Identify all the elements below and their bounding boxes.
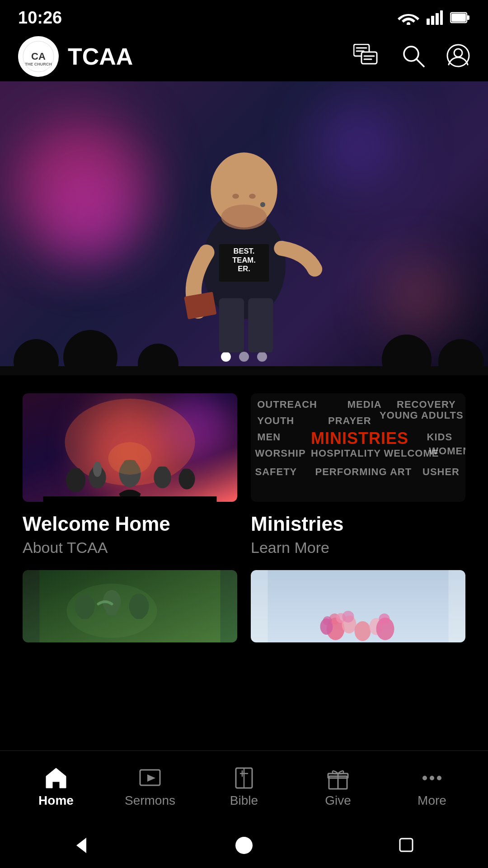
ministry-word-kids: KIDS	[427, 431, 453, 443]
content-grid: Welcome Home About TCAA OUTREACH MEDIA R…	[0, 375, 488, 570]
hero-carousel[interactable]: BEST. TEAM. ER.	[0, 81, 488, 375]
welcome-home-subtitle: About TCAA	[23, 539, 237, 557]
ministries-subtitle: Learn More	[251, 539, 465, 557]
wifi-icon	[398, 10, 419, 25]
ministry-word-usher: USHER	[422, 466, 460, 478]
more-nav-label: More	[418, 793, 446, 808]
svg-point-30	[232, 194, 239, 199]
back-button[interactable]	[68, 832, 95, 859]
svg-rect-12	[361, 52, 377, 64]
ministry-word-performing-art: PERFORMING ART	[315, 466, 412, 478]
welcome-img-bg	[23, 393, 237, 502]
bottom-nav: Home Sermons Bible	[0, 750, 488, 823]
svg-rect-6	[467, 15, 469, 20]
ministries-image: OUTREACH MEDIA RECOVERY YOUTH PRAYER YOU…	[251, 393, 465, 502]
card-row2-left[interactable]	[23, 570, 237, 642]
svg-rect-2	[431, 16, 434, 25]
card-row2-right[interactable]	[251, 570, 465, 642]
flowers-scene	[251, 570, 465, 642]
ministry-word-media: MEDIA	[347, 399, 382, 410]
hero-slide-1: BEST. TEAM. ER.	[0, 81, 488, 375]
svg-point-20	[454, 49, 462, 57]
header-actions	[353, 44, 470, 69]
more-nav-icon	[420, 766, 444, 790]
svg-point-19	[447, 45, 469, 66]
search-button[interactable]	[401, 44, 425, 69]
recent-apps-button[interactable]	[393, 832, 420, 859]
ministry-word-women: WOMEN	[429, 445, 465, 457]
ministry-word-outreach: OUTREACH	[257, 399, 317, 410]
home-circle-button[interactable]	[230, 832, 258, 859]
svg-point-33	[260, 202, 265, 207]
svg-text:CA: CA	[31, 51, 46, 62]
ministry-word-young-adults: YOUNG ADULTS	[380, 410, 464, 421]
recent-icon	[397, 836, 416, 855]
svg-point-72	[343, 611, 354, 623]
svg-point-85	[437, 776, 441, 780]
search-icon	[401, 44, 425, 67]
profile-button[interactable]	[446, 44, 470, 69]
nav-item-more[interactable]: More	[398, 766, 466, 808]
home-nav-label: Home	[38, 793, 74, 808]
svg-rect-39	[0, 366, 488, 375]
svg-point-51	[93, 462, 102, 477]
content-grid-row2	[0, 570, 488, 651]
ministries-img-bg: OUTREACH MEDIA RECOVERY YOUTH PRAYER YOU…	[251, 393, 465, 502]
header: CA THE CHURCH TCAA	[0, 32, 488, 81]
svg-point-66	[355, 621, 371, 641]
nav-item-sermons[interactable]: Sermons	[116, 766, 184, 808]
sermons-icon	[138, 766, 162, 790]
home-icon	[44, 766, 68, 790]
nav-item-home[interactable]: Home	[22, 766, 90, 808]
svg-rect-42	[70, 468, 81, 490]
welcome-home-card[interactable]: Welcome Home About TCAA	[23, 393, 237, 557]
chat-icon	[353, 44, 380, 67]
back-icon	[72, 836, 91, 855]
status-bar: 10:26	[0, 0, 488, 32]
ministry-word-recovery: RECOVERY	[397, 399, 456, 410]
chat-button[interactable]	[353, 44, 380, 69]
ministries-title: Ministries	[251, 513, 465, 535]
app-title: TCAA	[68, 43, 133, 70]
card-row2-left-image	[23, 570, 237, 642]
stage-scene	[23, 393, 237, 502]
audience-silhouette	[0, 321, 488, 375]
ministry-word-youth: YOUTH	[257, 415, 294, 427]
bokeh-blob-3	[384, 262, 452, 330]
svg-point-73	[379, 613, 390, 624]
svg-rect-50	[182, 469, 192, 488]
signal-icon	[427, 10, 443, 25]
battery-icon	[450, 11, 470, 24]
svg-marker-86	[76, 838, 86, 853]
svg-text:BEST.: BEST.	[234, 247, 255, 255]
ministry-word-men: MEN	[257, 431, 281, 443]
ministry-word-worship: WORSHIP	[255, 448, 306, 459]
svg-rect-4	[440, 10, 443, 25]
svg-text:ER.: ER.	[238, 264, 250, 273]
more-icon	[420, 766, 444, 790]
nav-item-bible[interactable]: Bible	[210, 766, 278, 808]
svg-point-32	[221, 205, 267, 230]
svg-point-31	[249, 194, 256, 199]
app-logo[interactable]: CA THE CHURCH	[18, 36, 59, 77]
home-circle-icon	[235, 836, 253, 855]
bokeh-blob-4	[316, 104, 398, 185]
svg-line-18	[417, 59, 424, 66]
svg-point-70	[323, 616, 332, 625]
header-left: CA THE CHURCH TCAA	[18, 36, 133, 77]
svg-rect-88	[400, 839, 413, 851]
ministries-card[interactable]: OUTREACH MEDIA RECOVERY YOUTH PRAYER YOU…	[251, 393, 465, 557]
card-row2-right-image	[251, 570, 465, 642]
svg-point-61	[67, 584, 157, 638]
svg-rect-53	[43, 496, 217, 502]
flowers-img-bg	[251, 570, 465, 642]
svg-point-0	[407, 22, 410, 25]
welcome-home-image	[23, 393, 237, 502]
ministry-word-hospitality: HOSPITALITY	[311, 448, 381, 459]
ministry-word-prayer: PRAYER	[328, 415, 371, 427]
svg-rect-48	[157, 467, 168, 487]
give-nav-icon	[326, 766, 350, 790]
people-scene	[23, 570, 237, 642]
status-icons	[398, 10, 470, 25]
nav-item-give[interactable]: Give	[304, 766, 372, 808]
